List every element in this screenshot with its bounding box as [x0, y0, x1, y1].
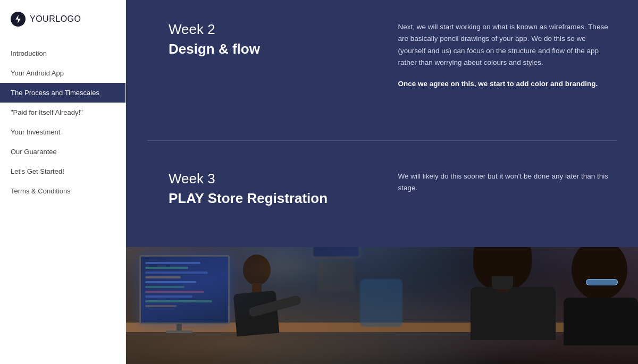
week2-title: Design & flow [169, 41, 356, 57]
sidebar-item-android-app[interactable]: Your Android App [0, 63, 125, 83]
sidebar-item-terms[interactable]: Terms & Conditions [0, 181, 125, 201]
week3-desc-text: We will likely do this sooner but it won… [398, 171, 612, 194]
sidebar-item-guarantee[interactable]: Our Guarantee [0, 142, 125, 162]
person2-collar [492, 276, 513, 290]
week3-description: We will likely do this sooner but it won… [382, 160, 639, 247]
sidebar-item-get-started[interactable]: Let's Get Started! [0, 162, 125, 181]
week3-label: Week 3 [169, 171, 356, 187]
week2-bold-text: Once we agree on this, we start to add c… [398, 78, 612, 90]
office-scene [126, 247, 638, 364]
person3-glasses [586, 279, 618, 285]
content-top: Week 2 Design & flow Next, we will start… [126, 0, 638, 247]
week3-block: Week 3 PLAY Store Registration [126, 160, 382, 247]
logo-area: YOURLOGO [0, 0, 125, 38]
main-content: Week 2 Design & flow Next, we will start… [126, 0, 638, 364]
week2-label: Week 2 [169, 21, 356, 38]
person3-body [564, 298, 638, 345]
week3-title: PLAY Store Registration [169, 190, 356, 207]
office-background [126, 247, 638, 364]
monitor-stand-left [177, 324, 182, 331]
sidebar-item-paid-itself[interactable]: "Paid for Itself Already!" [0, 103, 125, 122]
logo-text: YOURLOGO [30, 14, 81, 24]
office-image-section [126, 247, 638, 364]
sidebar-item-process-timescales[interactable]: The Process and Timescales [0, 83, 125, 103]
sidebar-item-investment[interactable]: Your Investment [0, 122, 125, 142]
monitor-left [139, 255, 230, 324]
week2-description: Next, we will start working on what is k… [382, 0, 639, 140]
bolt-icon [11, 12, 26, 27]
svg-marker-0 [15, 15, 21, 23]
sidebar: YOURLOGO Introduction Your Android App T… [0, 0, 126, 364]
section-divider [147, 140, 617, 141]
overhead-light [232, 247, 339, 290]
bg-chair [360, 279, 402, 327]
monitor-base-left [166, 331, 192, 333]
navigation: Introduction Your Android App The Proces… [0, 38, 125, 201]
person2-body [471, 287, 556, 340]
sidebar-item-introduction[interactable]: Introduction [0, 44, 125, 63]
week2-desc-text: Next, we will start working on what is k… [398, 21, 612, 69]
week2-block: Week 2 Design & flow [126, 0, 382, 140]
